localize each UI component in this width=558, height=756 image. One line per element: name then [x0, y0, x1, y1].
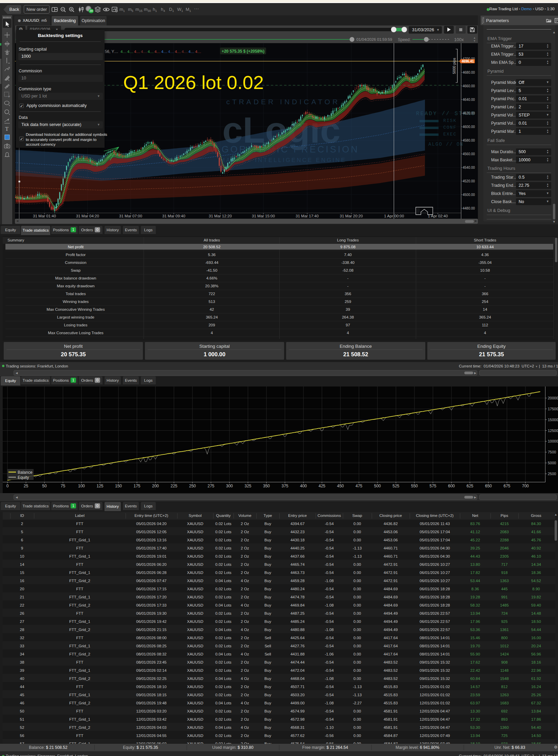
svg-text:4680.00: 4680.00	[463, 71, 475, 74]
svg-text:10000: 10000	[548, 439, 558, 443]
svg-text:4…: 4…	[182, 50, 188, 54]
svg-text:4696.41: 4696.41	[462, 59, 474, 63]
svg-text:F: F	[8, 95, 10, 98]
svg-text:5000 pips: 5000 pips	[452, 58, 456, 74]
svg-text:4…: 4…	[161, 50, 167, 54]
svg-text:4640.00: 4640.00	[463, 98, 475, 102]
svg-text:ALGO // ON: ALGO // ON	[428, 142, 464, 147]
svg-text:50: 50	[42, 484, 47, 488]
svg-text:31 Mar 12:20: 31 Mar 12:20	[209, 214, 232, 218]
svg-text:31 Mar 04:20: 31 Mar 04:20	[76, 214, 99, 218]
svg-text:550: 550	[411, 484, 418, 488]
svg-text:350: 350	[263, 484, 270, 488]
svg-text:525: 525	[392, 484, 399, 488]
svg-text:2500: 2500	[548, 472, 556, 476]
svg-text:CONF: CONF	[443, 125, 457, 130]
svg-text:225: 225	[170, 484, 177, 488]
svg-text:12500: 12500	[548, 429, 558, 433]
svg-text:, 56, Y…: , 56, Y…	[103, 49, 118, 54]
svg-text:+20 575.35 $ (+2058%): +20 575.35 $ (+2058%)	[222, 49, 264, 54]
svg-text:4…: 4…	[141, 50, 147, 54]
svg-text:475: 475	[355, 484, 362, 488]
svg-text:700: 700	[522, 484, 529, 488]
svg-text:0: 0	[6, 484, 9, 488]
svg-text:200: 200	[152, 484, 159, 488]
svg-text:375: 375	[281, 484, 288, 488]
svg-text:31 Mar 09:40: 31 Mar 09:40	[162, 214, 185, 218]
svg-text:25: 25	[24, 484, 29, 488]
svg-text:500: 500	[374, 484, 381, 488]
svg-text:300: 300	[226, 484, 233, 488]
svg-text:4580.00: 4580.00	[463, 139, 475, 142]
svg-text:400: 400	[300, 484, 307, 488]
svg-text:7500: 7500	[548, 450, 556, 454]
svg-text:250: 250	[189, 484, 196, 488]
svg-text:75: 75	[61, 484, 66, 488]
svg-text:4600.00: 4600.00	[463, 125, 475, 129]
svg-text:325: 325	[244, 484, 251, 488]
svg-text:125: 125	[96, 484, 103, 488]
svg-text:4…: 4…	[127, 50, 133, 54]
svg-text:EXEC: EXEC	[443, 132, 457, 137]
svg-text:20000: 20000	[548, 396, 558, 400]
svg-text:675: 675	[503, 484, 510, 488]
svg-text:4…: 4…	[195, 50, 201, 54]
svg-text:4…: 4…	[154, 50, 161, 54]
svg-text:31 Mar 15:00: 31 Mar 15:00	[252, 214, 275, 218]
svg-text:4…: 4…	[168, 50, 174, 54]
svg-text:625: 625	[466, 484, 473, 488]
svg-text:650: 650	[485, 484, 492, 488]
svg-text:4480.00: 4480.00	[463, 206, 475, 210]
svg-text:275: 275	[207, 484, 214, 488]
svg-text:4…: 4…	[120, 50, 127, 54]
svg-text:4540.00: 4540.00	[463, 166, 475, 169]
svg-text:175: 175	[133, 484, 140, 488]
svg-text:Equity: Equity	[18, 475, 29, 480]
svg-text:31 Mar 17:40: 31 Mar 17:40	[296, 214, 319, 218]
svg-text:600: 600	[448, 484, 455, 488]
svg-text:4620.00: 4620.00	[463, 111, 475, 115]
svg-text:cTRADER INDICATOR: cTRADER INDICATOR	[226, 98, 340, 106]
svg-text:4660.00: 4660.00	[463, 84, 475, 88]
svg-text:5000: 5000	[548, 461, 556, 465]
svg-text:150: 150	[115, 484, 122, 488]
svg-text:15000: 15000	[548, 418, 558, 422]
svg-text:17500: 17500	[548, 407, 558, 411]
svg-text:31 Mar 07:00: 31 Mar 07:00	[119, 214, 142, 218]
svg-text:4520.00: 4520.00	[463, 179, 475, 183]
svg-text:575: 575	[429, 484, 436, 488]
svg-text:4…: 4…	[134, 50, 140, 54]
svg-text:31 Mar 20:20: 31 Mar 20:20	[340, 214, 363, 218]
svg-text:T: T	[5, 126, 9, 132]
svg-text:31 Mar 01:40: 31 Mar 01:40	[33, 214, 56, 218]
svg-text:RISK: RISK	[443, 118, 457, 123]
svg-text:4560.00: 4560.00	[463, 152, 475, 156]
svg-text:Balance: Balance	[18, 470, 33, 475]
svg-text:4…: 4…	[175, 50, 181, 54]
svg-text:100: 100	[78, 484, 85, 488]
svg-text:450: 450	[337, 484, 344, 488]
svg-text:4…: 4…	[188, 50, 194, 54]
svg-text:1 Apr 00:00: 1 Apr 00:00	[384, 214, 404, 218]
svg-text:4500.00: 4500.00	[463, 193, 475, 197]
svg-text:425: 425	[318, 484, 325, 488]
svg-text:4…: 4…	[148, 50, 154, 54]
